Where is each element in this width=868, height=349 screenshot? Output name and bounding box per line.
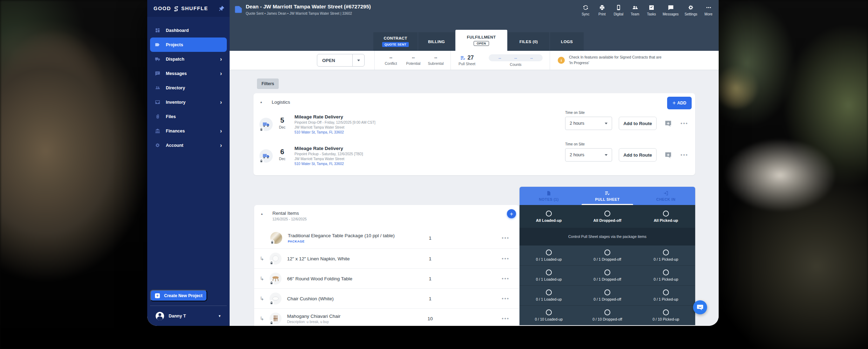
chat-fab-button[interactable]	[693, 300, 707, 314]
action-label: More	[705, 12, 713, 16]
chevron-down-icon: ▼	[218, 314, 221, 318]
package-row[interactable]: Traditional Elegance Table Package (10 p…	[254, 227, 519, 248]
row-menu-icon[interactable]: ●●●	[502, 236, 509, 240]
tab-check-in[interactable]: CHECK IN	[637, 187, 695, 205]
team-action[interactable]: Team	[630, 5, 640, 16]
tasks-action[interactable]: Tasks	[646, 5, 657, 16]
digital-action[interactable]: Digital	[613, 5, 624, 16]
tab-contract[interactable]: CONTRACT QUOTE SENT	[373, 32, 418, 51]
collapse-arrow-icon[interactable]: ▲	[260, 101, 263, 104]
add-note-icon[interactable]	[664, 151, 672, 158]
date-month: Dec	[276, 157, 288, 161]
action-label: Sync	[582, 12, 589, 16]
pin-icon[interactable]	[218, 5, 225, 12]
sidebar-item-projects[interactable]: Projects	[150, 37, 227, 52]
tab-notes[interactable]: NOTES (1)	[520, 187, 578, 205]
all-picked-toggle[interactable]: All Picked-up	[637, 205, 695, 228]
add-logistics-button[interactable]: + ADD	[667, 97, 692, 109]
panel-tab-label: CHECK IN	[656, 197, 676, 201]
loaded-toggle[interactable]: 0 / 10 Loaded-up	[520, 306, 578, 325]
rental-item-row[interactable]: ↳ Chair Cushion (White) 1 ●●●	[254, 288, 519, 308]
logistics-date: 5 Dec	[276, 116, 288, 129]
dropped-toggle[interactable]: 0 / 1 Dropped-off	[578, 286, 637, 305]
status-select-value: OPEN	[317, 54, 352, 66]
lock-icon	[269, 320, 274, 325]
add-to-route-button[interactable]: Add to Route	[619, 148, 657, 162]
rental-item-row[interactable]: ↳ Mahogany Chiavari Chair Description: u…	[254, 308, 519, 326]
picked-toggle[interactable]: 0 / 1 Picked-up	[637, 266, 695, 285]
chevron-right-icon: ›	[220, 56, 222, 62]
sidebar-item-files[interactable]: Files	[150, 109, 227, 124]
all-loaded-toggle[interactable]: All Loaded-up	[520, 205, 578, 228]
row-menu-icon[interactable]: ●●●	[680, 153, 688, 157]
user-menu[interactable]: Danny T ▼	[150, 306, 227, 326]
dropped-toggle[interactable]: 0 / 10 Dropped-off	[578, 306, 637, 325]
filters-button[interactable]: Filters	[257, 78, 279, 89]
sidebar-item-dashboard[interactable]: Dashboard	[150, 23, 227, 37]
row-menu-icon[interactable]: ●●●	[502, 297, 509, 300]
panel-tab-label: NOTES (1)	[539, 197, 558, 201]
sidebar-item-messages[interactable]: Messages ›	[150, 66, 227, 81]
rental-items-title: Rental Items	[272, 211, 307, 216]
loaded-toggle[interactable]: 0 / 1 Loaded-up	[520, 266, 578, 285]
picked-toggle[interactable]: 0 / 10 Picked-up	[637, 306, 695, 325]
all-dropped-toggle[interactable]: All Dropped-off	[578, 205, 637, 228]
item-name: Chair Cushion (White)	[287, 296, 334, 301]
add-rental-item-button[interactable]: +	[507, 209, 516, 218]
dropped-toggle[interactable]: 0 / 1 Dropped-off	[578, 246, 637, 265]
row-menu-icon[interactable]: ●●●	[502, 317, 509, 320]
sidebar-item-account[interactable]: Account ›	[150, 138, 227, 152]
dropped-toggle[interactable]: 0 / 1 Dropped-off	[578, 266, 637, 285]
pull-sheet-metric[interactable]: 27 Pull Sheet	[451, 55, 483, 66]
picked-toggle[interactable]: 0 / 1 Picked-up	[637, 246, 695, 265]
metric-value: --	[402, 55, 425, 60]
tab-pull-sheet[interactable]: PULL SHEET	[578, 187, 637, 205]
delivery-truck-badge	[259, 118, 273, 131]
loaded-toggle[interactable]: 0 / 1 Loaded-up	[520, 246, 578, 265]
address-link[interactable]: 510 Water St, Tampa, FL 33602	[294, 162, 363, 166]
action-label: Print	[598, 12, 606, 16]
add-to-route-button[interactable]: Add to Route	[619, 117, 657, 130]
checkbox-circle-icon	[604, 269, 610, 275]
row-menu-icon[interactable]: ●●●	[680, 122, 688, 125]
create-button-label: Create New Project	[164, 293, 202, 298]
print-action[interactable]: Print	[597, 5, 607, 16]
row-menu-icon[interactable]: ●●●	[502, 257, 509, 260]
collapse-arrow-icon[interactable]: ▲	[260, 212, 263, 215]
tab-files[interactable]: FILES (0)	[508, 32, 549, 51]
time-on-site-select[interactable]: 2 hours	[565, 117, 612, 130]
status-select[interactable]: OPEN	[317, 54, 365, 67]
quote-sent-badge: QUOTE SENT	[382, 42, 409, 47]
loaded-toggle[interactable]: 0 / 1 Loaded-up	[520, 286, 578, 305]
sidebar-item-directory[interactable]: Directory	[150, 81, 227, 95]
sync-action[interactable]: Sync	[580, 5, 591, 16]
tab-logs[interactable]: LOGS	[550, 32, 584, 51]
rental-item-row[interactable]: ↳ 66" Round Wood Folding Table 1 ●●●	[254, 268, 519, 288]
rental-item-row[interactable]: ↳ 12" x 12" Linen Napkin, White 1 ●●●	[254, 248, 519, 268]
tab-fulfillment[interactable]: FULFILLMENT OPEN	[455, 30, 507, 51]
messages-action[interactable]: Messages	[663, 5, 679, 16]
stage-label: 0 / 1 Loaded-up	[536, 297, 562, 301]
more-action[interactable]: More	[703, 5, 714, 16]
sidebar-item-dispatch[interactable]: Dispatch ›	[150, 52, 227, 66]
picked-toggle[interactable]: 0 / 1 Picked-up	[637, 286, 695, 305]
sidebar-item-label: Messages	[166, 71, 187, 76]
time-on-site-select[interactable]: 2 hours	[565, 148, 612, 162]
address-link[interactable]: 510 Water St, Tampa, FL 33602	[294, 130, 375, 134]
logistics-details: Mileage Rate Delivery Pinpoint Drop-Off …	[294, 114, 375, 134]
create-new-project-button[interactable]: + Create New Project	[150, 290, 207, 301]
sidebar-item-finances[interactable]: Finances ›	[150, 124, 227, 138]
add-note-icon[interactable]	[664, 120, 672, 127]
action-label: Settings	[685, 12, 697, 16]
row-menu-icon[interactable]: ●●●	[502, 277, 509, 280]
counts-value: --	[499, 56, 501, 60]
checkbox-circle-icon	[546, 289, 552, 295]
metric-value: --	[380, 55, 402, 60]
settings-action[interactable]: Settings	[685, 5, 697, 16]
tab-label: FILES (0)	[520, 40, 538, 44]
pull-sheet-panel: NOTES (1) PULL SHEET CHECK IN	[520, 187, 695, 326]
tab-billing[interactable]: BILLING	[418, 32, 455, 51]
sidebar-nav: Dashboard Projects Dispatch › Messages ›	[147, 17, 230, 290]
sidebar-item-inventory[interactable]: Inventory ›	[150, 95, 227, 109]
chat-bubble-icon	[696, 303, 704, 311]
